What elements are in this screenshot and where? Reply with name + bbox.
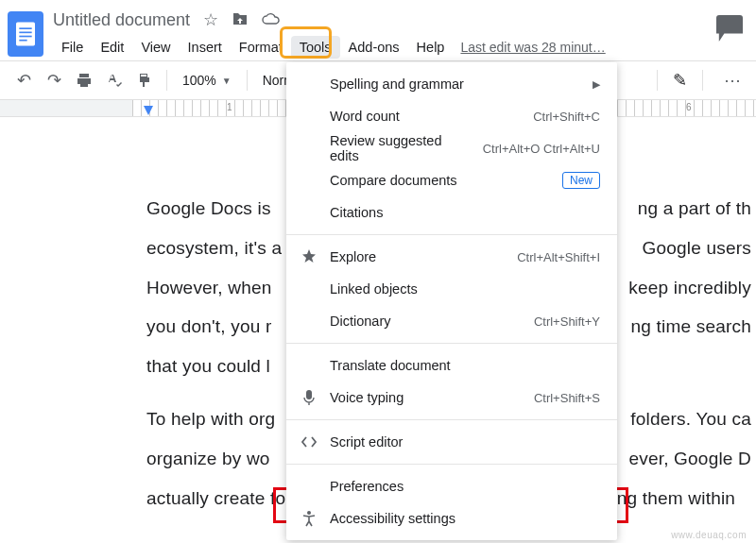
tools-item-script-editor[interactable]: Script editor xyxy=(286,426,617,458)
more-toolbar-button[interactable]: ⋯ xyxy=(718,66,747,94)
ruler-left-margin xyxy=(0,100,132,116)
menu-item-label: Citations xyxy=(330,205,600,220)
svg-rect-3 xyxy=(19,36,31,38)
menu-view[interactable]: View xyxy=(132,36,179,59)
doc-text: Google Docs is xyxy=(146,189,271,229)
tools-menu-dropdown: Spelling and grammar▶Word countCtrl+Shif… xyxy=(286,62,617,540)
toolbar-separator xyxy=(166,70,167,91)
tools-item-spelling-and-grammar[interactable]: Spelling and grammar▶ xyxy=(286,68,617,100)
print-button[interactable] xyxy=(70,66,98,94)
doc-text: ecosystem, it's a xyxy=(146,229,282,268)
editing-mode-button[interactable]: ✎ xyxy=(673,70,687,91)
toolbar-separator xyxy=(247,70,248,91)
tools-item-preferences[interactable]: Preferences xyxy=(286,470,617,502)
svg-rect-1 xyxy=(19,27,31,29)
paint-format-button[interactable] xyxy=(130,66,159,94)
menu-item-label: Preferences xyxy=(330,479,600,494)
menu-item-label: Compare documents xyxy=(330,173,551,188)
blank-icon xyxy=(300,203,318,222)
tools-item-translate-document[interactable]: Translate document xyxy=(286,349,617,382)
tools-item-voice-typing[interactable]: Voice typingCtrl+Shift+S xyxy=(286,382,617,414)
tools-item-accessibility-settings[interactable]: Accessibility settings xyxy=(286,502,617,535)
blank-icon xyxy=(300,477,318,496)
menu-item-label: Translate document xyxy=(330,358,600,373)
doc-text: keep incredibly xyxy=(628,268,751,308)
zoom-value: 100% xyxy=(182,73,216,88)
ruler-number: 1 xyxy=(227,102,232,112)
menu-separator xyxy=(286,234,617,235)
undo-button[interactable]: ↶ xyxy=(9,66,38,94)
doc-text: ever, Google D xyxy=(628,439,751,479)
blank-icon xyxy=(300,312,318,331)
menu-item-shortcut: Ctrl+Alt+Shift+I xyxy=(517,250,600,264)
tools-item-citations[interactable]: Citations xyxy=(286,196,617,229)
menu-separator xyxy=(286,343,617,344)
docs-logo-icon[interactable] xyxy=(8,11,43,57)
last-edit-link[interactable]: Last edit was 28 minut… xyxy=(460,40,605,55)
menu-tools[interactable]: Tools xyxy=(291,36,340,59)
menu-insert[interactable]: Insert xyxy=(180,36,231,59)
chevron-right-icon: ▶ xyxy=(593,78,600,91)
zoom-select[interactable]: 100% ▼ xyxy=(175,69,239,92)
doc-text: ng a part of th xyxy=(638,189,751,229)
blank-icon xyxy=(300,280,318,298)
tools-item-review-suggested-edits[interactable]: Review suggested editsCtrl+Alt+O Ctrl+Al… xyxy=(286,132,617,164)
toolbar-separator xyxy=(657,70,658,91)
comments-icon[interactable] xyxy=(716,15,743,42)
menu-item-shortcut: Ctrl+Shift+S xyxy=(534,391,600,405)
menu-separator xyxy=(286,464,617,465)
doc-text: organize by wo xyxy=(146,439,270,479)
doc-text: you don't, you r xyxy=(146,307,272,347)
menu-item-label: Accessibility settings xyxy=(330,511,600,526)
doc-text: folders. You ca xyxy=(630,399,751,439)
menu-item-label: Word count xyxy=(330,109,522,124)
menu-item-label: Spelling and grammar xyxy=(330,76,581,92)
document-title[interactable]: Untitled document xyxy=(53,10,190,30)
menu-item-shortcut: Ctrl+Shift+C xyxy=(533,110,600,124)
tools-item-word-count[interactable]: Word countCtrl+Shift+C xyxy=(286,100,617,132)
menu-edit[interactable]: Edit xyxy=(92,36,132,59)
svg-rect-2 xyxy=(19,32,31,34)
menu-item-label: Voice typing xyxy=(330,390,523,405)
svg-rect-5 xyxy=(306,390,312,399)
mic-icon xyxy=(300,388,318,407)
menu-item-label: Dictionary xyxy=(330,314,523,329)
menu-addons[interactable]: Add-ons xyxy=(340,36,408,59)
doc-text: ng time search xyxy=(631,307,751,347)
menu-item-label: Linked objects xyxy=(330,281,600,297)
blank-icon xyxy=(300,75,318,93)
menu-item-shortcut: Ctrl+Alt+O Ctrl+Alt+U xyxy=(483,142,600,156)
chevron-down-icon: ▼ xyxy=(222,76,232,86)
menu-item-label: Script editor xyxy=(330,434,600,450)
star-icon[interactable]: ☆ xyxy=(203,11,218,28)
move-icon[interactable] xyxy=(232,11,249,29)
footer-watermark: www.deuaq.com xyxy=(671,530,747,540)
svg-rect-0 xyxy=(16,23,35,46)
menu-help[interactable]: Help xyxy=(408,36,454,59)
tools-item-dictionary[interactable]: DictionaryCtrl+Shift+Y xyxy=(286,305,617,337)
doc-text: that you could l xyxy=(146,347,270,386)
toolbar-separator xyxy=(702,70,703,91)
cloud-status-icon[interactable] xyxy=(262,11,281,28)
menu-item-label: Explore xyxy=(330,249,506,264)
menu-separator xyxy=(286,419,617,420)
menu-file[interactable]: File xyxy=(53,36,92,59)
doc-text: However, when xyxy=(146,268,272,308)
tools-item-compare-documents[interactable]: Compare documentsNew xyxy=(286,164,617,196)
menu-item-shortcut: Ctrl+Shift+Y xyxy=(534,314,600,329)
menu-bar: FileEditViewInsertFormatToolsAdd-onsHelp… xyxy=(53,34,743,60)
spellcheck-button[interactable] xyxy=(100,66,129,94)
doc-text: To help with org xyxy=(146,399,275,439)
blank-icon xyxy=(300,107,318,126)
explore-icon xyxy=(300,247,318,266)
docs-page-icon xyxy=(16,22,35,46)
tools-item-explore[interactable]: ExploreCtrl+Alt+Shift+I xyxy=(286,241,617,273)
menu-format[interactable]: Format xyxy=(231,36,291,59)
blank-icon xyxy=(300,356,318,375)
code-icon xyxy=(300,433,318,451)
a11y-icon xyxy=(300,509,318,528)
redo-button[interactable]: ↷ xyxy=(40,66,68,94)
svg-point-6 xyxy=(307,511,311,515)
blank-icon xyxy=(300,139,318,158)
tools-item-linked-objects[interactable]: Linked objects xyxy=(286,273,617,305)
